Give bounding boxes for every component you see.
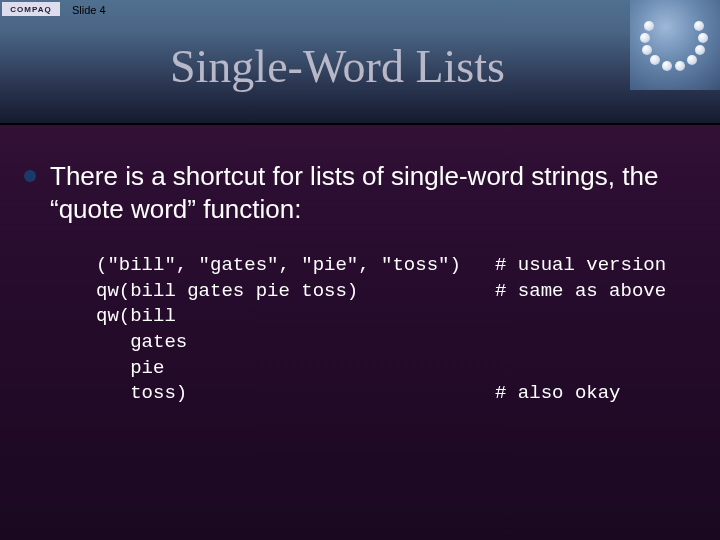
slide-indicator: Slide 4 bbox=[72, 4, 106, 16]
logo: COMPAQ bbox=[2, 2, 60, 16]
slide-title: Single-Word Lists bbox=[170, 40, 505, 93]
necklace-icon bbox=[640, 15, 710, 75]
bullet-text: There is a shortcut for lists of single-… bbox=[50, 160, 696, 225]
code-example: ("bill", "gates", "pie", "toss") # usual… bbox=[96, 253, 696, 407]
bullet-item: There is a shortcut for lists of single-… bbox=[24, 160, 696, 225]
bullet-icon bbox=[24, 170, 36, 182]
header-band: COMPAQ Slide 4 Single-Word Lists bbox=[0, 0, 720, 125]
content-area: There is a shortcut for lists of single-… bbox=[24, 160, 696, 407]
corner-image bbox=[630, 0, 720, 90]
